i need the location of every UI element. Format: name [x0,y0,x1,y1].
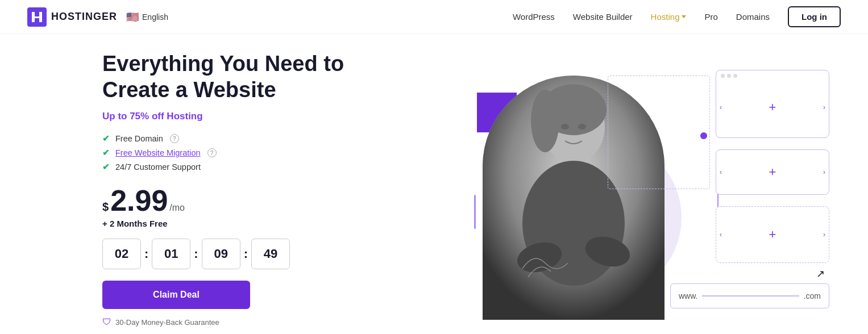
main-nav: WordPress Website Builder Hosting Pro Do… [513,6,841,27]
check-icon-3: ✔ [102,162,110,172]
feature-domain: ✔ Free Domain ? [102,133,375,144]
svg-point-9 [561,124,569,130]
hero-title: Everything You Need to Create a Website [102,51,375,103]
hostinger-logo-icon [27,7,47,27]
nav-pro[interactable]: Pro [704,12,717,22]
dashed-border [608,76,710,189]
features-list: ✔ Free Domain ? ✔ Free Website Migration… [102,133,375,172]
panel-dots-top [716,70,829,80]
months-free: + 2 Months Free [102,219,375,228]
plus-icon-mid: + [769,165,776,179]
hero-left: Everything You Need to Create a Website … [102,51,375,327]
arrow-left-icon[interactable]: ‹ [720,103,722,111]
price-main: 2.99 [110,186,168,215]
nav-domains[interactable]: Domains [736,12,770,22]
builder-panel-mid: ‹ + › [716,149,829,195]
domain-www: www. [679,291,697,300]
arrow-left-icon-mid[interactable]: ‹ [720,168,722,176]
arrow-right-icon-mid[interactable]: › [823,168,825,176]
hero-illustration: ‹ + › ‹ + › ‹ + › [375,53,841,325]
language-selector[interactable]: 🇺🇸 English [126,11,168,23]
guarantee-text: 30-Day Money-Back Guarantee [115,318,219,327]
guarantee-row: 🛡 30-Day Money-Back Guarantee [102,317,375,327]
countdown-minutes: 01 [152,239,190,269]
check-icon-2: ✔ [102,148,110,158]
dot-2 [727,74,731,78]
cursor-icon: ↗ [816,268,825,280]
arrow-right-icon-bot[interactable]: › [823,231,825,239]
hero-subtitle: Up to 75% off Hosting [102,111,375,122]
domain-line [702,295,799,297]
domain-com: .com [804,291,821,300]
price-row: $ 2.99 /mo [102,186,375,215]
countdown-hours: 02 [102,239,141,269]
countdown-sep-2: : [194,247,198,261]
panel-content-bottom: ‹ + › [716,207,829,262]
svg-point-10 [578,124,586,130]
price-mo: /mo [169,203,185,213]
arrow-left-icon-bot[interactable]: ‹ [720,231,722,239]
logo[interactable]: HOSTINGER [27,7,117,27]
language-label: English [142,12,168,22]
header: HOSTINGER 🇺🇸 English WordPress Website B… [0,0,868,34]
header-left: HOSTINGER 🇺🇸 English [27,7,168,27]
chevron-down-icon [682,15,686,18]
nav-website-builder[interactable]: Website Builder [573,12,633,22]
countdown-sep-1: : [144,247,148,261]
dot-1 [721,74,725,78]
feature-migration: ✔ Free Website Migration ? [102,148,375,158]
vertical-line-1 [474,195,476,229]
feature-migration-text: Free Website Migration [115,148,201,157]
arrow-right-icon[interactable]: › [823,103,825,111]
help-icon-domain[interactable]: ? [170,134,179,143]
plus-icon-bottom: + [769,227,776,242]
flag-icon: 🇺🇸 [126,11,139,23]
feature-support-text: 24/7 Customer Support [115,162,201,172]
domain-bar: www. .com [670,283,829,308]
countdown-sep-3: : [244,247,248,261]
nav-hosting[interactable]: Hosting [651,12,687,22]
panel-content-top: ‹ + › [716,80,829,135]
illustration-container: ‹ + › ‹ + › ‹ + › [454,59,841,320]
nav-wordpress[interactable]: WordPress [513,12,555,22]
help-icon-migration[interactable]: ? [207,148,217,157]
plus-icon-top: + [769,100,776,115]
feature-support: ✔ 24/7 Customer Support [102,162,375,172]
shield-icon: 🛡 [102,317,111,327]
countdown-seconds: 09 [202,239,240,269]
builder-panel-bottom: ‹ + › [716,206,829,263]
countdown-millis: 49 [251,239,290,269]
price-dollar: $ [102,201,109,214]
claim-deal-button[interactable]: Claim Deal [102,281,250,309]
panel-content-mid: ‹ + › [716,150,829,194]
dot-3 [733,74,737,78]
logo-text: HOSTINGER [51,11,117,23]
login-button[interactable]: Log in [788,6,841,27]
feature-domain-text: Free Domain [115,134,163,143]
builder-panel-top: ‹ + › [716,70,829,138]
countdown-timer: 02 : 01 : 09 : 49 [102,239,375,269]
check-icon: ✔ [102,133,110,144]
svg-point-8 [531,90,559,152]
main-content: Everything You Need to Create a Website … [0,34,868,334]
